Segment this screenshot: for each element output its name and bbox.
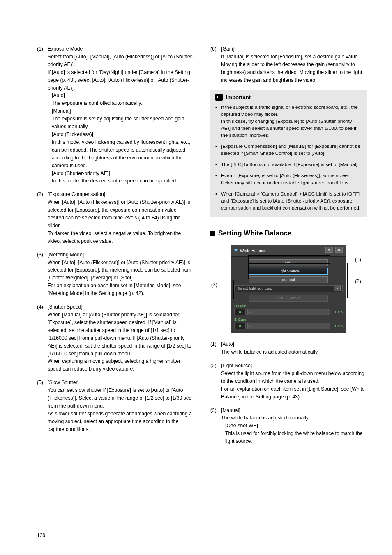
sub-text: The exposure is set by adjusting the shu…	[52, 115, 194, 131]
wb-light-source-button[interactable]: Light Source	[249, 268, 328, 275]
item-text: When [Manual] or [Auto (Shutter-priority…	[48, 311, 194, 373]
callout-label-3: (3)	[211, 281, 217, 289]
item-number: (1)	[210, 341, 221, 356]
important-note: Important •If the subject is a traffic s…	[210, 90, 367, 217]
wb-manual-button[interactable]: Manual	[249, 276, 328, 283]
item-title: [Slow Shutter]	[48, 379, 194, 387]
item-title: [Manual]	[221, 407, 367, 415]
light-source-select[interactable]: Select light sources.	[234, 285, 343, 292]
item-number: (3)	[37, 251, 48, 297]
item-number: (6)	[210, 45, 221, 84]
panel-nav-down-icon[interactable]	[325, 247, 333, 253]
r-gain-value: 0	[234, 309, 246, 315]
item-title: Exposure Mode	[48, 45, 194, 53]
item-title: [Gain]	[221, 45, 367, 53]
sub-heading: [Auto (Shutter-priority AE)]	[52, 170, 194, 177]
slider-track[interactable]: 0	[247, 309, 330, 315]
item-number: (2)	[210, 362, 221, 401]
b-gain-value: 0	[234, 323, 246, 329]
item-title: [Metering Mode]	[48, 251, 194, 259]
sub-heading: [Auto]	[52, 92, 194, 99]
item-number: (1)	[37, 45, 48, 185]
white-balance-figure: White Balance Auto Light Source Manual S…	[231, 245, 367, 333]
one-shot-wb-button[interactable]: One-shot WB	[249, 295, 328, 302]
callout-label-1: (1)	[355, 256, 361, 264]
right-column: (6) [Gain] If [Manual] is selected for […	[210, 45, 367, 451]
item-number: (4)	[37, 303, 48, 373]
item-number: (2)	[37, 191, 48, 245]
item-title: [Auto]	[221, 341, 367, 348]
important-bullet: •If the subject is a traffic signal or e…	[215, 104, 362, 139]
square-bullet-icon	[210, 231, 215, 236]
callout-line	[219, 284, 233, 284]
left-column: (1) Exposure Mode Select from [Auto], [M…	[37, 45, 194, 451]
item-metering-mode: (3) [Metering Mode] When [Auto], [Auto (…	[37, 251, 194, 297]
item-text: You can set slow shutter if [Exposure] i…	[48, 387, 194, 433]
wb-item-auto: (1) [Auto] The white balance is adjusted…	[210, 341, 367, 356]
item-text: The white balance is adjusted automatica…	[221, 348, 367, 356]
callout-line	[330, 259, 353, 259]
chevron-down-icon	[334, 286, 341, 291]
item-title: [Shutter Speed]	[48, 303, 194, 311]
callout-label-2: (2)	[355, 278, 361, 286]
section-title: Setting White Balance	[218, 228, 292, 239]
item-gain: (6) [Gain] If [Manual] is selected for […	[210, 45, 367, 84]
sub-text: The exposure is controlled automatically…	[52, 99, 194, 107]
item-title: [Light Source]	[221, 362, 367, 370]
wb-item-light-source: (2) [Light Source] Select the light sour…	[210, 362, 367, 401]
important-bullet: •When [Camera] > [Camera Control] > [AGC…	[215, 191, 362, 212]
sub-text: In this mode, the desired shutter speed …	[52, 177, 194, 185]
section-heading: Setting White Balance	[210, 228, 367, 239]
item-number: (3)	[210, 407, 221, 446]
sub-heading: [One-shot WB]	[225, 422, 367, 430]
important-bullet: •[Exposure Compensation] and [Manual] fo…	[215, 143, 362, 157]
panel-nav-up-icon[interactable]	[335, 247, 343, 253]
sub-heading: [Auto (Flickerless)]	[52, 131, 194, 138]
b-gain-max: 1023	[332, 323, 343, 329]
wb-item-manual: (3) [Manual] The white balance is adjust…	[210, 407, 367, 446]
slider-track[interactable]: 0	[247, 323, 330, 329]
r-gain-slider[interactable]: 0 0 1023	[234, 309, 343, 315]
item-text: Select the light source from the pull-do…	[221, 370, 367, 401]
sub-heading: [Manual]	[52, 107, 194, 115]
callout-line	[330, 271, 347, 271]
item-slow-shutter: (5) [Slow Shutter] You can set slow shut…	[37, 379, 194, 433]
item-shutter-speed: (4) [Shutter Speed] When [Manual] or [Au…	[37, 303, 194, 373]
white-balance-panel: White Balance Auto Light Source Manual S…	[231, 245, 346, 333]
important-title: Important	[226, 93, 251, 101]
important-icon	[215, 94, 223, 101]
panel-title-text: White Balance	[240, 248, 266, 254]
collapse-icon[interactable]	[234, 249, 238, 252]
sub-text: This is used for forcibly locking the wh…	[225, 430, 367, 445]
item-number: (5)	[37, 379, 48, 433]
panel-titlebar[interactable]: White Balance	[231, 245, 346, 257]
b-gain-slider[interactable]: 0 0 1023	[234, 323, 343, 329]
b-gain-label: B Gain:	[234, 317, 343, 323]
item-text: When [Auto], [Auto (Flickerless)] or [Au…	[48, 259, 194, 298]
r-gain-max: 1023	[332, 309, 343, 315]
item-text: If [Manual] is selected for [Exposure], …	[221, 53, 367, 84]
page-number: 136	[37, 532, 45, 539]
wb-auto-button[interactable]: Auto	[249, 259, 328, 266]
item-text: The white balance is adjusted manually.	[221, 414, 367, 422]
select-placeholder: Select light sources.	[237, 286, 272, 292]
item-exposure-comp: (2) [Exposure Compensation] When [Auto],…	[37, 191, 194, 245]
important-bullet: •Even if [Exposure] is set to [Auto (Fli…	[215, 172, 362, 186]
callout-line	[347, 281, 353, 281]
item-text: Select from [Auto], [Manual], [Auto (Fli…	[48, 53, 194, 92]
item-title: [Exposure Compensation]	[48, 191, 194, 198]
callout-line	[344, 289, 347, 289]
sub-text: In this mode, video flickering caused by…	[52, 138, 194, 170]
item-exposure-mode: (1) Exposure Mode Select from [Auto], [M…	[37, 45, 194, 185]
important-bullet: •The [BLC] button is not available if [E…	[215, 161, 362, 168]
item-text: When [Auto], [Auto (Flickerless)] or [Au…	[48, 198, 194, 245]
r-gain-label: R Gain:	[234, 303, 343, 309]
